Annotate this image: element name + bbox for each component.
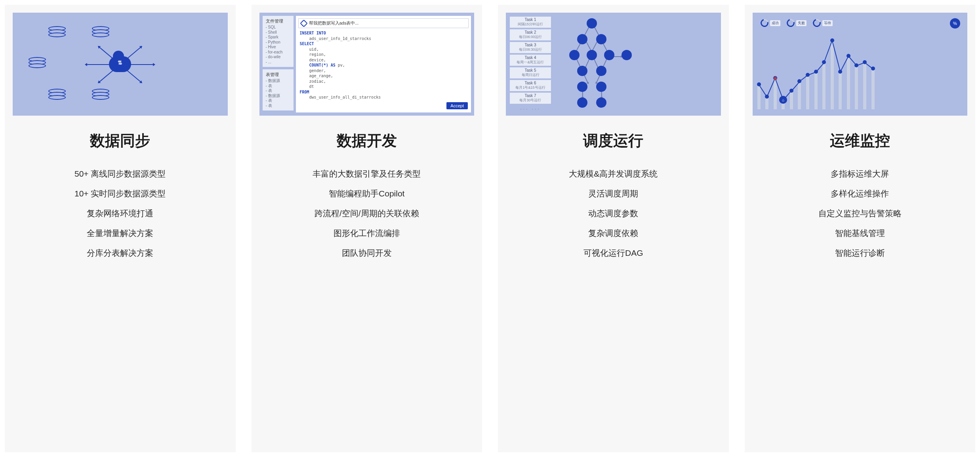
database-icon bbox=[92, 26, 109, 41]
file-type-item: - Hive bbox=[266, 45, 290, 50]
chart-point bbox=[806, 73, 810, 77]
feature-item: 智能运行诊断 bbox=[835, 248, 885, 259]
chart-bar bbox=[757, 84, 761, 109]
feature-item: 跨流程/空间/周期的关联依赖 bbox=[315, 208, 419, 219]
file-type-item: - do-wile bbox=[266, 55, 290, 60]
table-manager-panel: 表管理 - 数据源 - 表 - 表 - 数据源 - 表 - 表 bbox=[263, 69, 294, 110]
dag-node bbox=[604, 50, 614, 60]
feature-item: 灵活调度周期 bbox=[588, 188, 638, 199]
file-type-item: - Spark bbox=[266, 35, 290, 40]
feature-item: 10+ 实时同步数据源类型 bbox=[74, 188, 166, 199]
chart-bar bbox=[839, 72, 842, 109]
dag-node bbox=[587, 50, 597, 60]
file-type-item: - Python bbox=[266, 40, 290, 45]
dag-node bbox=[569, 50, 580, 60]
chart-point bbox=[765, 95, 769, 99]
feature-list: 50+ 离线同步数据源类型 10+ 实时同步数据源类型 复杂网络环境打通 全量增… bbox=[5, 168, 236, 281]
file-type-item: - Shell bbox=[266, 30, 290, 35]
chart-point bbox=[814, 70, 818, 74]
alert-star-icon: ★ bbox=[772, 74, 778, 82]
dag-node bbox=[577, 82, 587, 92]
chart-bar bbox=[806, 75, 809, 109]
dag-node bbox=[596, 66, 606, 76]
chart-point bbox=[854, 63, 858, 67]
chart-point bbox=[830, 38, 834, 42]
cloud-sync-icon: ⇅ bbox=[109, 56, 131, 72]
feature-list: 大规模&高并发调度系统 灵活调度周期 动态调度参数 复杂调度依赖 可视化运行DA… bbox=[498, 168, 729, 281]
chart-bar bbox=[863, 62, 866, 109]
illustration-scheduling: Task 1间隔15分钟运行 Task 2每日06:00运行 Task 3每日0… bbox=[506, 13, 721, 116]
task-item: Task 3每日08:30运行 bbox=[510, 42, 551, 53]
chart-bar bbox=[814, 72, 818, 109]
chart-point bbox=[797, 79, 801, 83]
file-type-item: - for-each bbox=[266, 50, 290, 55]
baseline-marker-icon: ⌂ bbox=[779, 96, 787, 104]
dag-node bbox=[596, 34, 606, 44]
chart-bar bbox=[855, 65, 858, 109]
feature-item: 大规模&高并发调度系统 bbox=[569, 168, 658, 179]
feature-item: 图形化工作流编排 bbox=[334, 228, 400, 239]
card-monitoring: 成功 失败 等待 % ★⌂ 运维监控 多指标运维大屏 多样化运维操作 自定义监控… bbox=[745, 5, 976, 452]
feature-item: 全量增量解决方案 bbox=[87, 228, 153, 239]
card-title: 数据同步 bbox=[5, 131, 236, 151]
chart-point bbox=[863, 60, 867, 64]
table-item: - 表 bbox=[266, 88, 290, 93]
feature-item: 多指标运维大屏 bbox=[831, 168, 889, 179]
task-item: Task 6每月1号&15号运行 bbox=[510, 80, 551, 91]
task-item: Task 5每周日运行 bbox=[510, 67, 551, 78]
sql-code-preview: INSERT INTO ads_user_info_1d_starrocks S… bbox=[296, 30, 471, 101]
panel-title: 表管理 bbox=[266, 72, 290, 78]
feature-item: 团队协同开发 bbox=[342, 248, 392, 259]
panel-title: 文件管理 bbox=[266, 18, 290, 24]
feature-list: 丰富的大数据引擎及任务类型 智能编程助手Copilot 跨流程/空间/周期的关联… bbox=[252, 168, 482, 281]
task-list: Task 1间隔15分钟运行 Task 2每日06:00运行 Task 3每日0… bbox=[510, 17, 551, 112]
status-badges: 成功 失败 等待 bbox=[761, 19, 833, 27]
datasource-item: - 数据源 bbox=[266, 78, 290, 84]
chart-bar bbox=[831, 40, 834, 109]
file-manager-panel: 文件管理 - SQL - Shell - Spark - Python - Hi… bbox=[263, 16, 294, 67]
chart-point bbox=[847, 54, 850, 58]
copilot-icon bbox=[300, 19, 308, 27]
chart-bar bbox=[798, 81, 801, 109]
chart-bar bbox=[822, 62, 826, 109]
chart-bar bbox=[790, 91, 793, 110]
dag-graph bbox=[555, 17, 717, 112]
feature-item: 智能基线管理 bbox=[835, 228, 885, 239]
copilot-prompt-input[interactable]: 帮我把数据写入ads表中... bbox=[298, 18, 469, 28]
card-data-dev: 文件管理 - SQL - Shell - Spark - Python - Hi… bbox=[252, 5, 482, 452]
card-scheduling: Task 1间隔15分钟运行 Task 2每日06:00运行 Task 3每日0… bbox=[498, 5, 729, 452]
chart-point bbox=[871, 67, 875, 70]
dag-node bbox=[596, 82, 606, 92]
feature-item: 智能编程助手Copilot bbox=[329, 188, 404, 199]
card-data-sync: ⇅ 数据同步 50+ 离线同步数据源类型 10+ 实时同步数据源类型 复杂网络环… bbox=[5, 5, 236, 452]
feature-item: 自定义监控与告警策略 bbox=[818, 208, 902, 219]
status-badge-success: 成功 bbox=[761, 19, 780, 27]
dag-node bbox=[577, 34, 587, 44]
dag-node bbox=[596, 97, 606, 108]
chart-point bbox=[822, 60, 826, 64]
chart-bar bbox=[847, 56, 850, 109]
chart-bar bbox=[871, 69, 875, 109]
dag-node bbox=[577, 97, 587, 108]
monitoring-chart: ★⌂ bbox=[757, 34, 875, 109]
card-title: 调度运行 bbox=[498, 131, 729, 151]
task-item: Task 7每月30号运行 bbox=[510, 93, 551, 104]
task-item: Task 1间隔15分钟运行 bbox=[510, 17, 551, 28]
accept-button[interactable]: Accept bbox=[446, 102, 468, 109]
feature-list: 多指标运维大屏 多样化运维操作 自定义监控与告警策略 智能基线管理 智能运行诊断 bbox=[745, 168, 976, 281]
illustration-data-dev: 文件管理 - SQL - Shell - Spark - Python - Hi… bbox=[259, 13, 475, 116]
chart-point bbox=[789, 89, 793, 93]
feature-item: 可视化运行DAG bbox=[583, 248, 643, 259]
dag-node bbox=[577, 66, 587, 76]
task-more: ··· ··· bbox=[510, 106, 551, 112]
database-icon bbox=[29, 57, 46, 72]
task-item: Task 4每周一&周五运行 bbox=[510, 55, 551, 66]
feature-item: 动态调度参数 bbox=[588, 208, 638, 219]
dag-node bbox=[622, 50, 632, 60]
file-type-item: - SQL bbox=[266, 25, 290, 30]
table-item: - 表 bbox=[266, 103, 290, 109]
database-icon bbox=[48, 26, 66, 41]
feature-item: 复杂网络环境打通 bbox=[87, 208, 153, 219]
dag-node bbox=[587, 18, 597, 29]
datasource-item: - 数据源 bbox=[266, 93, 290, 99]
